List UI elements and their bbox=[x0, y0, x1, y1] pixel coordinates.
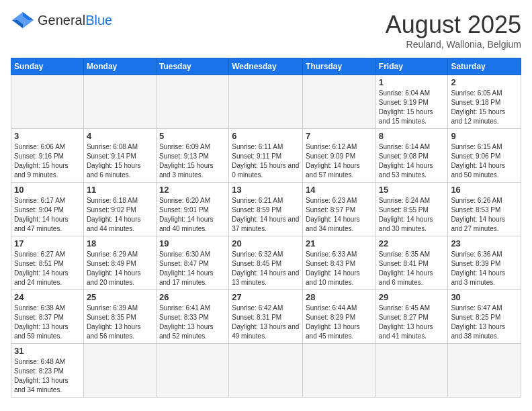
calendar-week-row: 24Sunrise: 6:38 AM Sunset: 8:37 PM Dayli… bbox=[11, 290, 521, 344]
calendar-cell bbox=[375, 344, 448, 398]
calendar-cell: 21Sunrise: 6:33 AM Sunset: 8:43 PM Dayli… bbox=[303, 236, 376, 290]
calendar-cell bbox=[156, 344, 228, 398]
calendar-cell: 10Sunrise: 6:17 AM Sunset: 9:04 PM Dayli… bbox=[11, 183, 84, 236]
day-number: 2 bbox=[451, 77, 518, 87]
day-number: 4 bbox=[87, 131, 153, 141]
day-number: 28 bbox=[306, 292, 373, 302]
day-info: Sunrise: 6:47 AM Sunset: 8:25 PM Dayligh… bbox=[451, 304, 518, 341]
day-info: Sunrise: 6:09 AM Sunset: 9:13 PM Dayligh… bbox=[159, 142, 226, 180]
calendar-cell: 4Sunrise: 6:08 AM Sunset: 9:14 PM Daylig… bbox=[83, 129, 156, 183]
day-number: 15 bbox=[379, 185, 445, 195]
day-info: Sunrise: 6:39 AM Sunset: 8:35 PM Dayligh… bbox=[87, 304, 153, 341]
calendar-cell: 29Sunrise: 6:45 AM Sunset: 8:27 PM Dayli… bbox=[375, 290, 448, 344]
day-info: Sunrise: 6:20 AM Sunset: 9:01 PM Dayligh… bbox=[159, 196, 226, 234]
page-header: GeneralBlue August 2025 Reuland, Walloni… bbox=[11, 11, 521, 50]
day-number: 17 bbox=[14, 238, 81, 248]
day-info: Sunrise: 6:30 AM Sunset: 8:47 PM Dayligh… bbox=[159, 250, 226, 287]
day-number: 29 bbox=[379, 292, 445, 302]
logo-icon bbox=[11, 11, 35, 30]
calendar-cell: 5Sunrise: 6:09 AM Sunset: 9:13 PM Daylig… bbox=[156, 129, 228, 183]
calendar-cell: 9Sunrise: 6:15 AM Sunset: 9:06 PM Daylig… bbox=[448, 129, 521, 183]
calendar-cell: 15Sunrise: 6:24 AM Sunset: 8:55 PM Dayli… bbox=[375, 183, 448, 236]
calendar-week-row: 3Sunrise: 6:06 AM Sunset: 9:16 PM Daylig… bbox=[11, 129, 521, 183]
weekday-header-wednesday: Wednesday bbox=[229, 58, 303, 75]
calendar-cell bbox=[83, 75, 156, 129]
calendar-cell: 24Sunrise: 6:38 AM Sunset: 8:37 PM Dayli… bbox=[11, 290, 84, 344]
calendar-table: SundayMondayTuesdayWednesdayThursdayFrid… bbox=[11, 58, 521, 398]
day-number: 3 bbox=[14, 131, 81, 141]
day-info: Sunrise: 6:08 AM Sunset: 9:14 PM Dayligh… bbox=[87, 142, 153, 180]
calendar-cell: 27Sunrise: 6:42 AM Sunset: 8:31 PM Dayli… bbox=[229, 290, 303, 344]
day-info: Sunrise: 6:29 AM Sunset: 8:49 PM Dayligh… bbox=[87, 250, 153, 287]
day-info: Sunrise: 6:21 AM Sunset: 8:59 PM Dayligh… bbox=[232, 196, 300, 234]
day-info: Sunrise: 6:42 AM Sunset: 8:31 PM Dayligh… bbox=[232, 304, 300, 341]
calendar-cell: 25Sunrise: 6:39 AM Sunset: 8:35 PM Dayli… bbox=[83, 290, 156, 344]
day-info: Sunrise: 6:33 AM Sunset: 8:43 PM Dayligh… bbox=[306, 250, 373, 287]
weekday-header-saturday: Saturday bbox=[448, 58, 521, 75]
day-number: 24 bbox=[14, 292, 81, 302]
day-info: Sunrise: 6:15 AM Sunset: 9:06 PM Dayligh… bbox=[451, 142, 518, 180]
calendar-cell: 26Sunrise: 6:41 AM Sunset: 8:33 PM Dayli… bbox=[156, 290, 228, 344]
calendar-week-row: 31Sunrise: 6:48 AM Sunset: 8:23 PM Dayli… bbox=[11, 344, 521, 398]
calendar-week-row: 10Sunrise: 6:17 AM Sunset: 9:04 PM Dayli… bbox=[11, 183, 521, 236]
calendar-cell bbox=[229, 75, 303, 129]
title-block: August 2025 Reuland, Wallonia, Belgium bbox=[386, 11, 521, 50]
day-info: Sunrise: 6:26 AM Sunset: 8:53 PM Dayligh… bbox=[451, 196, 518, 234]
day-info: Sunrise: 6:48 AM Sunset: 8:23 PM Dayligh… bbox=[14, 357, 81, 395]
calendar-cell: 18Sunrise: 6:29 AM Sunset: 8:49 PM Dayli… bbox=[83, 236, 156, 290]
day-info: Sunrise: 6:24 AM Sunset: 8:55 PM Dayligh… bbox=[379, 196, 445, 234]
calendar-cell bbox=[11, 75, 84, 129]
calendar-cell: 7Sunrise: 6:12 AM Sunset: 9:09 PM Daylig… bbox=[303, 129, 376, 183]
calendar-week-row: 1Sunrise: 6:04 AM Sunset: 9:19 PM Daylig… bbox=[11, 75, 521, 129]
day-number: 11 bbox=[87, 185, 153, 195]
calendar-cell: 6Sunrise: 6:11 AM Sunset: 9:11 PM Daylig… bbox=[229, 129, 303, 183]
calendar-cell bbox=[448, 344, 521, 398]
calendar-cell: 13Sunrise: 6:21 AM Sunset: 8:59 PM Dayli… bbox=[229, 183, 303, 236]
day-info: Sunrise: 6:04 AM Sunset: 9:19 PM Dayligh… bbox=[379, 89, 445, 126]
weekday-header-row: SundayMondayTuesdayWednesdayThursdayFrid… bbox=[11, 58, 521, 75]
calendar-cell: 16Sunrise: 6:26 AM Sunset: 8:53 PM Dayli… bbox=[448, 183, 521, 236]
day-number: 8 bbox=[379, 131, 445, 141]
calendar-cell: 23Sunrise: 6:36 AM Sunset: 8:39 PM Dayli… bbox=[448, 236, 521, 290]
calendar-cell: 22Sunrise: 6:35 AM Sunset: 8:41 PM Dayli… bbox=[375, 236, 448, 290]
calendar-cell bbox=[156, 75, 228, 129]
calendar-cell: 3Sunrise: 6:06 AM Sunset: 9:16 PM Daylig… bbox=[11, 129, 84, 183]
weekday-header-sunday: Sunday bbox=[11, 58, 84, 75]
calendar-cell: 2Sunrise: 6:05 AM Sunset: 9:18 PM Daylig… bbox=[448, 75, 521, 129]
calendar-week-row: 17Sunrise: 6:27 AM Sunset: 8:51 PM Dayli… bbox=[11, 236, 521, 290]
calendar-cell: 14Sunrise: 6:23 AM Sunset: 8:57 PM Dayli… bbox=[303, 183, 376, 236]
day-info: Sunrise: 6:41 AM Sunset: 8:33 PM Dayligh… bbox=[159, 304, 226, 341]
day-number: 19 bbox=[159, 238, 226, 248]
day-number: 26 bbox=[159, 292, 226, 302]
day-info: Sunrise: 6:44 AM Sunset: 8:29 PM Dayligh… bbox=[306, 304, 373, 341]
day-number: 18 bbox=[87, 238, 153, 248]
weekday-header-thursday: Thursday bbox=[303, 58, 376, 75]
day-number: 12 bbox=[159, 185, 226, 195]
day-number: 23 bbox=[451, 238, 518, 248]
location-subtitle: Reuland, Wallonia, Belgium bbox=[386, 39, 521, 50]
day-info: Sunrise: 6:12 AM Sunset: 9:09 PM Dayligh… bbox=[306, 142, 373, 180]
day-number: 14 bbox=[306, 185, 373, 195]
day-number: 7 bbox=[306, 131, 373, 141]
day-info: Sunrise: 6:23 AM Sunset: 8:57 PM Dayligh… bbox=[306, 196, 373, 234]
day-number: 30 bbox=[451, 292, 518, 302]
calendar-cell: 31Sunrise: 6:48 AM Sunset: 8:23 PM Dayli… bbox=[11, 344, 84, 398]
calendar-cell bbox=[303, 75, 376, 129]
day-info: Sunrise: 6:06 AM Sunset: 9:16 PM Dayligh… bbox=[14, 142, 81, 180]
calendar-cell: 19Sunrise: 6:30 AM Sunset: 8:47 PM Dayli… bbox=[156, 236, 228, 290]
day-number: 22 bbox=[379, 238, 445, 248]
weekday-header-friday: Friday bbox=[375, 58, 448, 75]
calendar-cell: 8Sunrise: 6:14 AM Sunset: 9:08 PM Daylig… bbox=[375, 129, 448, 183]
calendar-cell: 12Sunrise: 6:20 AM Sunset: 9:01 PM Dayli… bbox=[156, 183, 228, 236]
calendar-cell bbox=[229, 344, 303, 398]
day-number: 6 bbox=[232, 131, 300, 141]
day-info: Sunrise: 6:36 AM Sunset: 8:39 PM Dayligh… bbox=[451, 250, 518, 287]
day-number: 27 bbox=[232, 292, 300, 302]
day-number: 31 bbox=[14, 346, 81, 356]
calendar-cell: 17Sunrise: 6:27 AM Sunset: 8:51 PM Dayli… bbox=[11, 236, 84, 290]
day-info: Sunrise: 6:18 AM Sunset: 9:02 PM Dayligh… bbox=[87, 196, 153, 234]
calendar-cell: 28Sunrise: 6:44 AM Sunset: 8:29 PM Dayli… bbox=[303, 290, 376, 344]
day-info: Sunrise: 6:35 AM Sunset: 8:41 PM Dayligh… bbox=[379, 250, 445, 287]
day-info: Sunrise: 6:11 AM Sunset: 9:11 PM Dayligh… bbox=[232, 142, 300, 180]
calendar-cell bbox=[303, 344, 376, 398]
